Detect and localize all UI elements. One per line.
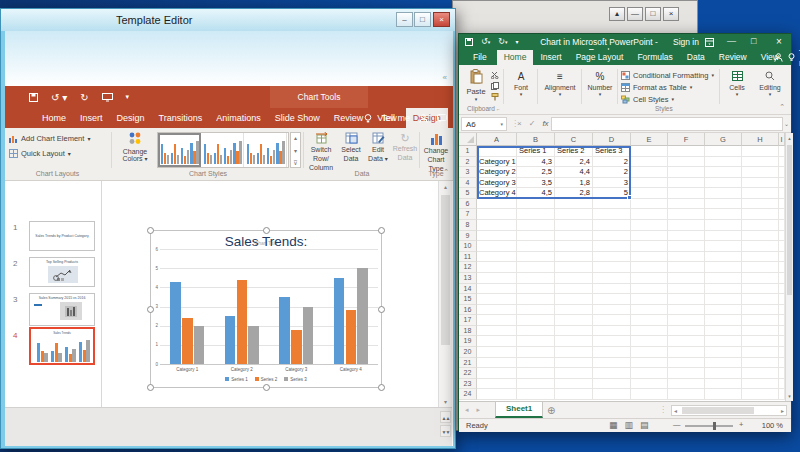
person-icon[interactable] bbox=[774, 53, 783, 62]
formula-bar-input[interactable] bbox=[551, 117, 783, 131]
row-header-4[interactable]: 4 bbox=[459, 178, 477, 189]
cell-B9[interactable] bbox=[517, 231, 555, 242]
resize-handle[interactable] bbox=[263, 227, 270, 234]
cell-E20[interactable] bbox=[631, 347, 668, 358]
ppt-tab-animations[interactable]: Animations bbox=[209, 108, 268, 128]
cell-A11[interactable] bbox=[477, 252, 517, 263]
cell-G16[interactable] bbox=[705, 305, 742, 316]
cell-G14[interactable] bbox=[705, 284, 742, 295]
cell-D5[interactable]: 5 bbox=[593, 188, 631, 199]
cell-E11[interactable] bbox=[631, 252, 668, 263]
cell-D4[interactable]: 3 bbox=[593, 178, 631, 189]
scrollbar-thumb[interactable] bbox=[682, 407, 754, 414]
cell-B6[interactable] bbox=[517, 199, 555, 210]
cell-G12[interactable] bbox=[705, 262, 742, 273]
row-header-2[interactable]: 2 bbox=[459, 157, 477, 168]
cell-G18[interactable] bbox=[705, 326, 742, 337]
scroll-up-icon[interactable]: ▴ bbox=[439, 183, 452, 190]
bar-series-2-category-1[interactable] bbox=[182, 318, 193, 364]
minimize-icon[interactable]: — bbox=[627, 7, 643, 21]
cell-D21[interactable] bbox=[593, 358, 631, 369]
column-header-a[interactable]: A bbox=[477, 133, 517, 146]
font-group-button[interactable]: A Font ▾ bbox=[508, 71, 534, 97]
cell-E7[interactable] bbox=[631, 209, 668, 220]
cell-D22[interactable] bbox=[593, 368, 631, 379]
cell-A17[interactable] bbox=[477, 315, 517, 326]
next-sheet-icon[interactable]: ▸ bbox=[477, 406, 481, 414]
cell-C2[interactable]: 2,4 bbox=[555, 157, 593, 168]
cell-F11[interactable] bbox=[668, 252, 705, 263]
column-header-b[interactable]: B bbox=[517, 133, 555, 146]
cell-H21[interactable] bbox=[742, 358, 779, 369]
cell-B10[interactable] bbox=[517, 241, 555, 252]
resize-handle[interactable] bbox=[147, 384, 154, 391]
expand-formula-bar-icon[interactable]: ⌄ bbox=[784, 120, 789, 127]
cell-H18[interactable] bbox=[742, 326, 779, 337]
cell-D12[interactable] bbox=[593, 262, 631, 273]
bar-series-2-category-3[interactable] bbox=[69, 354, 72, 362]
row-header-9[interactable]: 9 bbox=[459, 231, 477, 242]
cell-E10[interactable] bbox=[631, 241, 668, 252]
tell-me-label[interactable]: Tell me bbox=[381, 113, 410, 123]
cell-C5[interactable]: 2,8 bbox=[555, 188, 593, 199]
cut-icon[interactable] bbox=[491, 71, 499, 79]
save-icon[interactable] bbox=[29, 93, 38, 102]
redo-icon[interactable]: ↻ bbox=[80, 92, 88, 103]
excel-tab-review[interactable]: Review bbox=[712, 50, 754, 65]
cell-A1[interactable] bbox=[477, 146, 517, 157]
cell-E5[interactable] bbox=[631, 188, 668, 199]
bar-series-3-category-4[interactable] bbox=[86, 340, 89, 362]
cell-B18[interactable] bbox=[517, 326, 555, 337]
cell-F14[interactable] bbox=[668, 284, 705, 295]
cell-A15[interactable] bbox=[477, 294, 517, 305]
bar-series-2-category-4[interactable] bbox=[346, 310, 357, 364]
cell-H12[interactable] bbox=[742, 262, 779, 273]
sheet-tab-sheet1[interactable]: Sheet1 bbox=[495, 402, 543, 418]
ppt-tab-home[interactable]: Home bbox=[35, 108, 73, 128]
zoom-slider-thumb[interactable] bbox=[713, 422, 716, 430]
cell-H22[interactable] bbox=[742, 368, 779, 379]
slide-thumbnail-2[interactable]: Top Selling Products bbox=[29, 257, 95, 287]
cell-G1[interactable] bbox=[705, 146, 742, 157]
cell-A6[interactable] bbox=[477, 199, 517, 210]
cell-A2[interactable]: Category 1 bbox=[477, 157, 517, 168]
bar-series-3-category-4[interactable] bbox=[239, 141, 241, 164]
cell-B2[interactable]: 4,3 bbox=[517, 157, 555, 168]
excel-tab-file[interactable]: File bbox=[463, 50, 497, 65]
collapse-icon[interactable]: « bbox=[443, 73, 447, 82]
cell-D24[interactable] bbox=[593, 389, 631, 400]
bar-series-2-category-4[interactable] bbox=[83, 350, 86, 362]
cell-A5[interactable]: Category 4 bbox=[477, 188, 517, 199]
row-header-15[interactable]: 15 bbox=[459, 294, 477, 305]
select-data-button[interactable]: Select Data bbox=[338, 132, 364, 164]
row-header-12[interactable]: 12 bbox=[459, 262, 477, 273]
cell-F1[interactable] bbox=[668, 146, 705, 157]
cell-B4[interactable]: 3,5 bbox=[517, 178, 555, 189]
legend-item-series-3[interactable]: Series 3 bbox=[284, 377, 307, 382]
cell-F24[interactable] bbox=[668, 389, 705, 400]
cell-A13[interactable] bbox=[477, 273, 517, 284]
gallery-more-icon[interactable]: ⊽ bbox=[293, 159, 297, 166]
slide-thumbnail-3[interactable]: Sales Summary 2015 vs 2016 bbox=[29, 293, 95, 326]
cell-H10[interactable] bbox=[742, 241, 779, 252]
cell-E23[interactable] bbox=[631, 379, 668, 390]
cell-B5[interactable]: 4,5 bbox=[517, 188, 555, 199]
cell-C12[interactable] bbox=[555, 262, 593, 273]
slide-scrollbar[interactable]: ▴ ▾ bbox=[438, 181, 452, 407]
cell-F21[interactable] bbox=[668, 358, 705, 369]
bar-series-2-category-3[interactable] bbox=[291, 330, 302, 365]
cell-G13[interactable] bbox=[705, 273, 742, 284]
select-all-corner[interactable] bbox=[459, 133, 477, 146]
number-group-button[interactable]: % Number ▾ bbox=[585, 71, 615, 97]
cell-B13[interactable] bbox=[517, 273, 555, 284]
cell-B23[interactable] bbox=[517, 379, 555, 390]
cell-E9[interactable] bbox=[631, 231, 668, 242]
scrollbar-thumb[interactable] bbox=[441, 195, 450, 345]
cell-G4[interactable] bbox=[705, 178, 742, 189]
cell-H9[interactable] bbox=[742, 231, 779, 242]
resize-handle[interactable] bbox=[147, 227, 154, 234]
cell-G23[interactable] bbox=[705, 379, 742, 390]
cell-D13[interactable] bbox=[593, 273, 631, 284]
scroll-up-icon[interactable]: ▴ bbox=[786, 135, 793, 141]
scroll-down-icon[interactable]: ▾ bbox=[439, 398, 452, 405]
